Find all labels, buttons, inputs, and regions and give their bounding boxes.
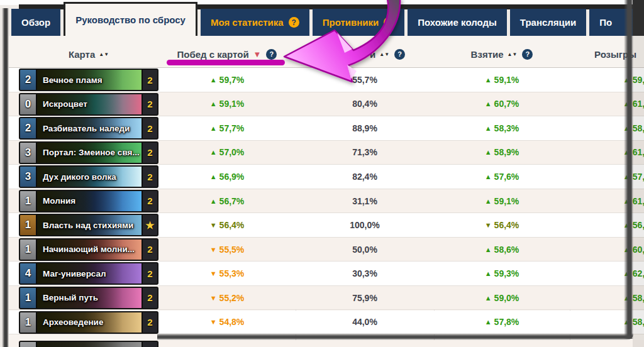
tab-label: Руководство по сбросу <box>75 14 186 25</box>
card-tile[interactable] <box>19 341 158 347</box>
value-text: 56,4% <box>219 220 245 230</box>
drawn-value: ▲57,6% <box>434 165 570 189</box>
kept-value: 50,0% <box>296 238 434 262</box>
tab-1[interactable]: Обзор <box>11 9 60 36</box>
win-with-card-value: ▼55,5% <box>158 238 296 262</box>
value-text: 59,3% <box>494 268 519 278</box>
card-tile[interactable]: 0Искроцвет2 <box>19 93 158 116</box>
table-row: 3Дух дикого волка2▲56,9%82,4%▲57,6%▲57, <box>9 165 644 189</box>
sort-both-icon[interactable]: ▲▼ <box>508 52 518 57</box>
trend-up-icon: ▲ <box>485 124 492 132</box>
table-body: 2Вечное пламя2▲59,7%55,7%▲59,1%▲59,0Искр… <box>9 68 644 347</box>
card-name: Портал: Змеиное свя... <box>37 148 140 157</box>
tab-3[interactable]: Моя статистика? <box>201 9 309 36</box>
card-name: Маг-универсал <box>37 269 106 278</box>
win-with-card-value: ▲59,1% <box>158 92 296 116</box>
mana-cost: 3 <box>20 143 37 163</box>
mana-cost: 1 <box>20 312 37 333</box>
kept-value: 55,7% <box>296 68 434 92</box>
drawn-value: ▲58,9% <box>434 141 570 165</box>
tab-4[interactable]: Противники? <box>313 9 405 36</box>
sort-desc-icon[interactable]: ▼ <box>253 50 262 59</box>
win-with-card-value: ▲59,7% <box>158 68 296 92</box>
tab-bar: ОбзорРуководство по сбросуМоя статистика… <box>11 9 640 36</box>
tab-label: По <box>599 17 612 28</box>
mana-cost: 0 <box>20 94 37 114</box>
value-text: 56,7% <box>219 196 245 206</box>
column-header-drawn[interactable]: Взятие ▲▼ ? <box>434 47 570 62</box>
card-tile[interactable]: 1Начинающий молни...2 <box>19 238 158 261</box>
card-tile[interactable]: 1Археоведение2 <box>19 311 158 334</box>
kept-value: 82,4% <box>296 165 434 189</box>
tab-2[interactable]: Руководство по сбросу <box>64 2 197 36</box>
column-header-card[interactable]: Карта ▲▼ <box>19 47 158 62</box>
trend-up-icon: ▲ <box>485 270 492 277</box>
help-icon[interactable]: ? <box>384 17 394 28</box>
help-icon[interactable]: ? <box>266 49 277 60</box>
trend-up-icon: ▲ <box>210 148 217 156</box>
card-art: Молния <box>37 191 142 211</box>
card-tile[interactable]: 4Маг-универсал2 <box>19 262 158 285</box>
card-count: 2 <box>142 118 157 138</box>
tab-5[interactable]: Похожие колоды <box>408 9 507 36</box>
card-tile[interactable]: 2Разбиватель наледи2 <box>19 117 158 140</box>
drawn-value: ▲58,6% <box>434 238 570 262</box>
trend-up-icon: ▲ <box>210 197 217 205</box>
drawn-value: ▲57,8% <box>434 311 570 334</box>
column-header-kept[interactable]: и ▲▼ ? <box>370 47 405 62</box>
value-text: 57,8% <box>494 317 519 327</box>
card-tile[interactable]: 1Молния2 <box>19 190 158 212</box>
drawn-value: ▲59,1% <box>434 189 570 213</box>
card-tile[interactable]: 1Власть над стихиями★ <box>19 214 158 236</box>
help-icon[interactable]: ? <box>522 49 533 60</box>
card-tile[interactable]: 2Вечное пламя2 <box>19 69 158 91</box>
mana-cost: 4 <box>20 263 37 284</box>
help-icon[interactable]: ? <box>394 49 405 60</box>
value-text: 60,7% <box>494 99 519 109</box>
tab-label: Похожие колоды <box>418 17 497 28</box>
table-row: 1Молния2▲56,7%31,1%▲59,1%▲61, <box>9 189 644 214</box>
card-art: Дух дикого волка <box>37 167 142 187</box>
tab-6[interactable]: Трансляции <box>510 9 586 36</box>
card-art: Маг-универсал <box>37 263 142 284</box>
win-with-card-value: ▼55,2% <box>158 286 296 310</box>
card-art: Портал: Змеиное свя... <box>37 143 142 163</box>
trend-up-icon: ▲ <box>210 100 217 107</box>
drawn-value: ▲59,1% <box>434 68 570 92</box>
card-name: Верный путь <box>37 293 98 302</box>
trend-down-icon: ▼ <box>210 221 217 229</box>
sort-both-icon[interactable]: ▲▼ <box>99 52 109 57</box>
mana-cost: 1 <box>20 191 37 211</box>
trend-up-icon: ▲ <box>210 76 217 84</box>
card-count: 2 <box>142 263 157 284</box>
column-label: Взятие <box>471 49 504 60</box>
table-row: 1Начинающий молни...2▼55,5%50,0%▲58,6%▲6… <box>9 238 644 262</box>
card-tile[interactable]: 3Дух дикого волка2 <box>19 165 158 188</box>
value-text: 58,9% <box>494 147 519 157</box>
win-with-card-value: ▼54,8% <box>158 311 296 334</box>
trend-up-icon: ▲ <box>210 124 217 132</box>
tab-label: Обзор <box>21 17 50 28</box>
value-text: 59,1% <box>494 75 519 85</box>
drawn-value: ▲59,0% <box>434 286 570 310</box>
trend-up-icon: ▲ <box>485 148 492 156</box>
drawn-value: ▲59,3% <box>434 262 570 285</box>
mana-cost: 3 <box>20 167 37 187</box>
kept-value: 80,4% <box>296 92 434 116</box>
card-name: Начинающий молни... <box>37 245 135 254</box>
card-count <box>142 342 157 347</box>
card-art: Вечное пламя <box>37 70 142 90</box>
help-icon[interactable]: ? <box>289 17 299 28</box>
trend-up-icon: ▲ <box>485 246 492 253</box>
column-label: Побед с картой <box>177 49 249 60</box>
column-label: Карта <box>69 49 95 60</box>
table-row <box>9 340 644 347</box>
card-tile[interactable]: 1Верный путь2 <box>19 287 158 309</box>
tab-label: Противники <box>323 17 379 28</box>
table-row: 2Разбиватель наледи2▲57,7%88,9%▲58,3%▲58… <box>9 116 644 141</box>
card-art: Верный путь <box>37 288 142 308</box>
window-frame-shadow-bottom <box>157 333 633 340</box>
card-tile[interactable]: 3Портал: Змеиное свя...2 <box>19 141 158 164</box>
sort-both-icon[interactable]: ▲▼ <box>379 52 389 57</box>
card-art: Начинающий молни... <box>37 240 142 260</box>
